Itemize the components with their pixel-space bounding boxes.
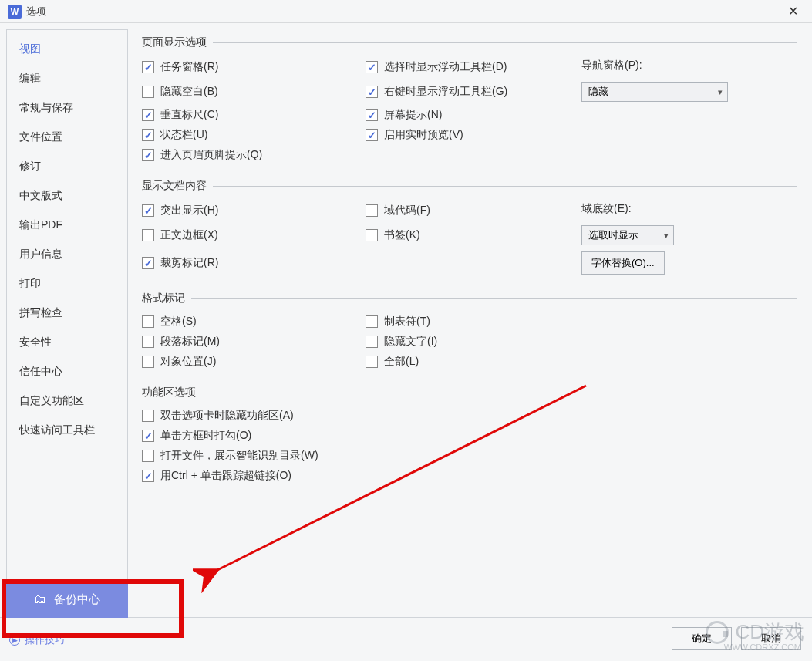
lbl-text-border: 正文边框(X) (160, 228, 218, 242)
nav-item-4[interactable]: 修订 (7, 152, 127, 181)
btn-font-sub[interactable]: 字体替换(O)... (581, 251, 665, 275)
section-doc-content: 显示文档内容 突出显示(H) 域代码(F) 域底纹(E): 正文边框(X) 书签… (142, 179, 797, 281)
section-format-marks: 格式标记 空格(S) 制表符(T) 段落标记(M) 隐藏文字(I) 对象位置(J… (142, 292, 797, 375)
tips-icon: ▶ (9, 635, 20, 646)
cb-dbl-hide[interactable] (142, 410, 154, 422)
legend-page-display: 页面显示选项 (140, 35, 213, 49)
lbl-float-sel: 选择时显示浮动工具栏(D) (384, 60, 507, 74)
cb-task-pane[interactable] (142, 61, 154, 73)
lbl-header-footer-tip: 进入页眉页脚提示(Q) (160, 148, 262, 162)
nav-item-6[interactable]: 输出PDF (7, 211, 127, 240)
lbl-highlight: 突出显示(H) (160, 204, 218, 218)
lbl-para: 段落标记(M) (160, 335, 220, 349)
nav-item-2[interactable]: 常规与保存 (7, 93, 127, 123)
lbl-obj-pos: 对象位置(J) (160, 355, 216, 369)
lbl-crop-marks: 裁剪标记(R) (160, 256, 218, 270)
titlebar: W 选项 ✕ (0, 0, 812, 23)
lbl-all: 全部(L) (384, 355, 419, 369)
lbl-space: 空格(S) (160, 315, 197, 329)
cb-crop-marks[interactable] (142, 257, 154, 269)
nav-item-12[interactable]: 自定义功能区 (7, 386, 127, 416)
select-nav-pane-value: 隐藏 (588, 85, 608, 99)
nav-item-5[interactable]: 中文版式 (7, 181, 127, 211)
cb-obj-pos[interactable] (142, 356, 154, 368)
nav-item-0[interactable]: 视图 (7, 35, 127, 64)
lbl-click-check: 单击方框时打勾(O) (160, 429, 251, 443)
footer: 🗂 备份中心 ▶ 操作技巧 确定 取消 (0, 601, 812, 661)
cb-hidden-text[interactable] (366, 336, 378, 348)
lbl-dbl-hide: 双击选项卡时隐藏功能区(A) (160, 409, 294, 423)
nav-item-9[interactable]: 拼写检查 (7, 298, 127, 328)
nav-item-7[interactable]: 用户信息 (7, 240, 127, 269)
tips-link[interactable]: ▶ 操作技巧 (9, 633, 65, 647)
window-title: 选项 (26, 5, 782, 19)
cb-field-code[interactable] (366, 204, 378, 217)
cb-live-preview[interactable] (366, 129, 378, 141)
cb-click-check[interactable] (142, 430, 154, 442)
nav-item-8[interactable]: 打印 (7, 269, 127, 298)
cb-hide-blank[interactable] (142, 86, 154, 98)
select-shading-value: 选取时显示 (588, 228, 638, 242)
cb-statusbar[interactable] (142, 129, 154, 141)
cb-space[interactable] (142, 315, 154, 328)
cb-bookmark[interactable] (366, 229, 378, 241)
cb-para[interactable] (142, 336, 154, 348)
section-page-display: 页面显示选项 任务窗格(R) 选择时显示浮动工具栏(D) 导航窗格(P): 隐藏… (142, 35, 797, 168)
select-nav-pane[interactable]: 隐藏 (581, 82, 728, 102)
nav-item-13[interactable]: 快速访问工具栏 (7, 416, 127, 445)
backup-center-button[interactable]: 🗂 备份中心 (6, 581, 128, 618)
lbl-hide-blank: 隐藏空白(B) (160, 85, 218, 99)
lbl-task-pane: 任务窗格(R) (160, 60, 218, 74)
lbl-tab: 制表符(T) (384, 315, 430, 329)
backup-icon: 🗂 (34, 592, 46, 606)
lbl-screen-tip: 屏幕提示(N) (384, 108, 442, 122)
cb-highlight[interactable] (142, 204, 154, 217)
sidebar: 视图编辑常规与保存文件位置修订中文版式输出PDF用户信息打印拼写检查安全性信任中… (6, 29, 128, 594)
nav-item-1[interactable]: 编辑 (7, 64, 127, 93)
lbl-bookmark: 书签(K) (384, 228, 420, 242)
nav-item-11[interactable]: 信任中心 (7, 357, 127, 386)
cb-vruler[interactable] (142, 109, 154, 121)
nav-item-3[interactable]: 文件位置 (7, 123, 127, 152)
cb-tab[interactable] (366, 315, 378, 328)
cb-float-rclick[interactable] (366, 86, 378, 98)
lbl-ctrl-link: 用Ctrl + 单击跟踪超链接(O) (160, 469, 291, 483)
ok-button[interactable]: 确定 (672, 627, 732, 650)
lbl-smart-toc: 打开文件，展示智能识别目录(W) (160, 449, 318, 463)
app-icon: W (8, 5, 22, 19)
nav-item-10[interactable]: 安全性 (7, 328, 127, 357)
content: 页面显示选项 任务窗格(R) 选择时显示浮动工具栏(D) 导航窗格(P): 隐藏… (128, 23, 812, 594)
legend-ribbon: 功能区选项 (140, 386, 202, 400)
lbl-field-code: 域代码(F) (384, 204, 430, 218)
section-ribbon: 功能区选项 双击选项卡时隐藏功能区(A) 单击方框时打勾(O) 打开文件，展示智… (142, 386, 797, 489)
lbl-live-preview: 启用实时预览(V) (384, 128, 463, 142)
legend-doc-content: 显示文档内容 (140, 179, 213, 193)
cb-text-border[interactable] (142, 229, 154, 241)
cb-smart-toc[interactable] (142, 450, 154, 462)
cb-all[interactable] (366, 356, 378, 368)
tips-label: 操作技巧 (25, 633, 65, 647)
legend-format-marks: 格式标记 (140, 292, 191, 305)
nav-list: 视图编辑常规与保存文件位置修订中文版式输出PDF用户信息打印拼写检查安全性信任中… (7, 30, 127, 593)
backup-label: 备份中心 (54, 592, 100, 607)
cb-header-footer-tip[interactable] (142, 149, 154, 161)
lbl-statusbar: 状态栏(U) (160, 128, 207, 142)
cb-float-sel[interactable] (366, 61, 378, 73)
cb-screen-tip[interactable] (366, 109, 378, 121)
lbl-shading: 域底纹(E): (581, 202, 632, 216)
select-shading[interactable]: 选取时显示 (581, 225, 674, 245)
lbl-nav-pane: 导航窗格(P): (581, 59, 642, 73)
watermark-sub: WWW.CDRXZ.COM (724, 642, 801, 652)
lbl-hidden-text: 隐藏文字(I) (384, 335, 437, 349)
cb-ctrl-link[interactable] (142, 470, 154, 482)
lbl-float-rclick: 右键时显示浮动工具栏(G) (384, 85, 507, 99)
lbl-vruler: 垂直标尺(C) (160, 108, 218, 122)
close-icon[interactable]: ✕ (782, 4, 804, 19)
